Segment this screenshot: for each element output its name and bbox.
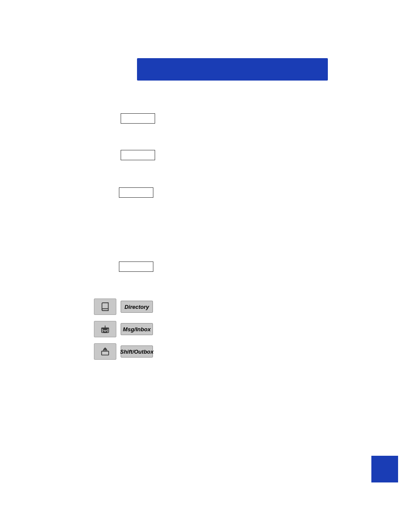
input-field-4[interactable]	[119, 261, 153, 272]
msginbox-icon-button[interactable]	[94, 321, 116, 337]
input-field-1[interactable]	[121, 113, 155, 124]
header-bar	[137, 58, 328, 81]
shiftoutbox-label-button[interactable]: Shift/Outbox	[121, 345, 153, 358]
input-field-3[interactable]	[119, 187, 153, 198]
directory-label-button[interactable]: Directory	[121, 301, 153, 313]
corner-blue-square	[371, 456, 398, 482]
outbox-icon	[100, 347, 110, 356]
book-icon	[100, 302, 110, 311]
msginbox-label-button[interactable]: Msg/Inbox	[121, 323, 153, 335]
inbox-icon	[100, 324, 110, 334]
directory-row: Directory	[94, 299, 153, 315]
svg-rect-3	[102, 351, 109, 355]
directory-icon-button[interactable]	[94, 299, 116, 315]
shiftoutbox-row: Shift/Outbox	[94, 343, 153, 360]
navigation-button-group: Directory Msg/Inbox	[94, 299, 153, 360]
msginbox-row: Msg/Inbox	[94, 321, 153, 337]
shiftoutbox-icon-button[interactable]	[94, 343, 116, 360]
input-field-2[interactable]	[121, 150, 155, 160]
